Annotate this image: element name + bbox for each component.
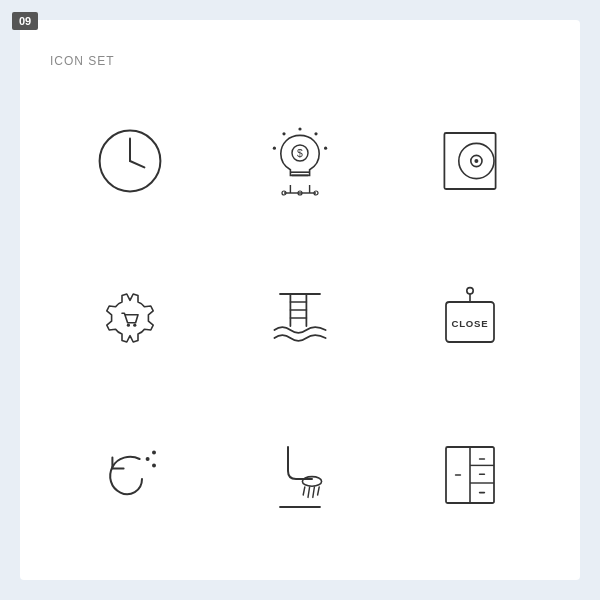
svg-point-10 xyxy=(314,133,317,136)
icon-cell-cabinet xyxy=(390,401,550,548)
clock-icon xyxy=(90,121,170,201)
idea-money-icon: $ xyxy=(260,121,340,201)
svg-text:$: $ xyxy=(297,148,303,159)
svg-line-41 xyxy=(318,487,320,495)
svg-point-11 xyxy=(324,147,327,150)
cd-icon xyxy=(430,121,510,201)
cabinet-icon xyxy=(430,435,510,515)
svg-point-21 xyxy=(474,159,478,163)
badge: 09 xyxy=(12,12,38,30)
svg-line-40 xyxy=(313,487,315,497)
settings-cart-icon xyxy=(90,278,170,358)
icon-cell-pool xyxy=(220,245,380,392)
icon-cell-idea-money: $ xyxy=(220,88,380,235)
svg-point-8 xyxy=(282,133,285,136)
svg-point-23 xyxy=(133,324,136,327)
card: 09 ICON SET $ xyxy=(20,20,580,580)
svg-point-7 xyxy=(298,128,301,131)
svg-line-39 xyxy=(308,487,310,497)
icon-grid: $ xyxy=(50,88,550,548)
undo-icon xyxy=(90,435,170,515)
svg-line-2 xyxy=(130,161,144,167)
svg-point-35 xyxy=(152,450,156,454)
icon-cell-shower xyxy=(220,401,380,548)
close-sign-icon: CLOSE xyxy=(430,278,510,358)
svg-point-9 xyxy=(273,147,276,150)
pool-icon xyxy=(260,278,340,358)
icon-cell-undo xyxy=(50,401,210,548)
icon-cell-cd xyxy=(390,88,550,235)
svg-point-30 xyxy=(467,288,473,294)
subtitle: ICON SET xyxy=(50,54,550,68)
svg-point-22 xyxy=(127,324,130,327)
svg-point-34 xyxy=(146,457,150,461)
svg-point-36 xyxy=(152,463,156,467)
icon-cell-close-sign: CLOSE xyxy=(390,245,550,392)
icon-cell-clock xyxy=(50,88,210,235)
svg-line-38 xyxy=(303,487,305,495)
icon-cell-settings-cart xyxy=(50,245,210,392)
shower-icon xyxy=(260,435,340,515)
svg-text:CLOSE: CLOSE xyxy=(451,318,488,329)
